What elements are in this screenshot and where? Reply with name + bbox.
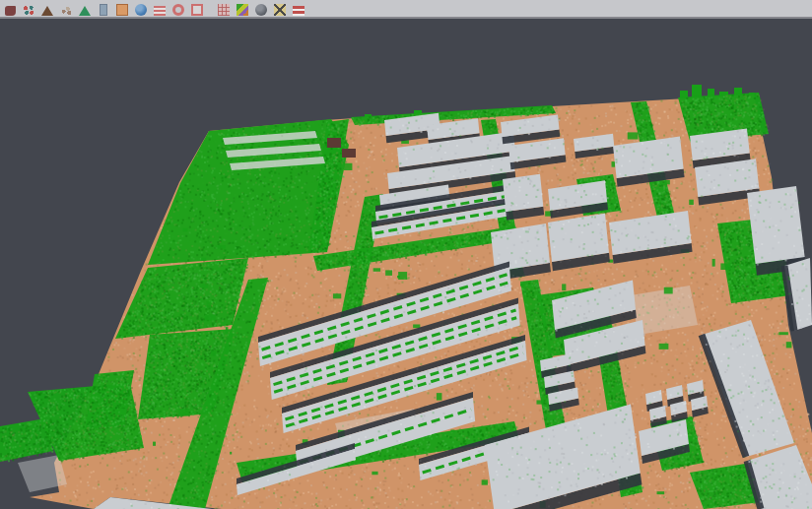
globe-icon-glyph — [135, 4, 147, 16]
ortho-tile-icon[interactable] — [114, 0, 130, 17]
ring-select-icon-glyph — [172, 4, 184, 16]
viewport-3d-canvas[interactable] — [0, 0, 812, 509]
ruler-stripes-icon[interactable] — [291, 0, 306, 17]
toolbar — [0, 0, 812, 19]
profile-stripes-icon[interactable] — [152, 0, 168, 17]
terrain-mound-icon-glyph — [41, 6, 53, 16]
ring-select-icon[interactable] — [170, 0, 186, 17]
ruler-stripes-icon-glyph — [293, 6, 304, 16]
profile-stripes-icon-glyph — [154, 6, 166, 16]
dark-sphere-icon[interactable] — [253, 0, 269, 17]
grid-cells-icon-glyph — [218, 4, 230, 16]
app-window — [0, 0, 812, 509]
globe-icon[interactable] — [133, 0, 149, 17]
vegetation-terrain-icon[interactable] — [77, 0, 93, 17]
vegetation-terrain-icon-glyph — [79, 6, 91, 16]
grid-cells-icon[interactable] — [216, 0, 232, 17]
crop-box-icon-glyph — [191, 4, 203, 16]
classification-colors-icon-glyph — [237, 4, 248, 16]
terrain-mound-icon[interactable] — [39, 0, 55, 17]
ortho-tile-icon-glyph — [116, 4, 128, 16]
colored-points-icon-glyph — [23, 5, 34, 16]
side-panel-icon-glyph — [100, 4, 107, 16]
dark-sphere-icon-glyph — [255, 4, 267, 16]
colored-points-icon[interactable] — [21, 0, 36, 17]
class-edit-icon-glyph — [274, 4, 286, 16]
side-panel-icon[interactable] — [96, 0, 111, 17]
classification-colors-icon[interactable] — [235, 0, 250, 17]
sparse-points-icon[interactable] — [58, 0, 74, 17]
class-edit-icon[interactable] — [272, 0, 288, 17]
cloud-import-icon-glyph — [5, 6, 16, 16]
cloud-import-icon[interactable] — [2, 0, 18, 17]
crop-box-icon[interactable] — [189, 0, 205, 17]
sparse-points-icon-glyph — [60, 5, 72, 16]
